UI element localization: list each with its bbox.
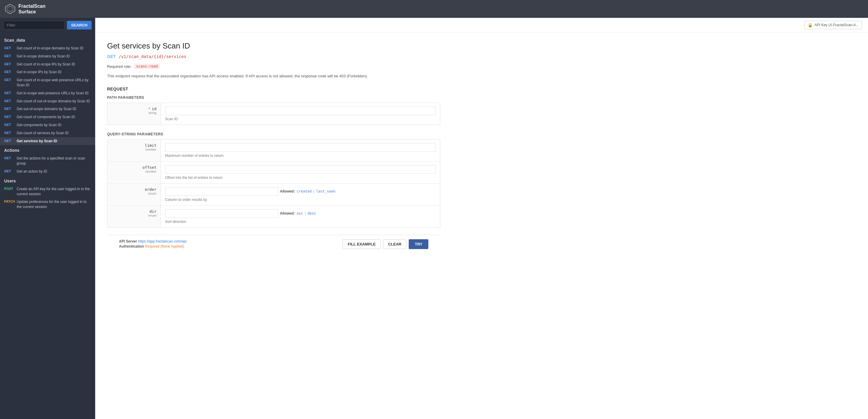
page-title: Get services by Scan ID (107, 41, 440, 51)
sidebar-item-label-get-components: Get components by Scan ID (17, 123, 61, 128)
param-name-dir: dir (112, 209, 156, 214)
param-type-id: string (112, 111, 156, 115)
role-badge: scans:read (134, 64, 160, 69)
param-input-offset[interactable] (165, 165, 436, 174)
method-badge-get-count-components: GET (4, 115, 15, 118)
param-name-id: *id (112, 107, 156, 111)
main-header-bar: 🔒 API Key (X-FractalScan-A... (95, 18, 868, 32)
allowed-value-dir-desc[interactable]: desc (308, 211, 316, 215)
method-badge-get-count-inscope-domains: GET (4, 46, 15, 50)
footer-bar: API Server https://app.fractalscan.com/a… (107, 235, 440, 253)
try-button[interactable]: TRY (409, 239, 428, 249)
sidebar-item-get-inscope-urls[interactable]: GETGet in-scope web presence URLs by Sca… (0, 89, 95, 97)
param-input-dir[interactable] (165, 209, 278, 218)
sidebar-content: Scan_dataGETGet count of in-scope domain… (0, 32, 95, 419)
param-type-limit: number (112, 148, 156, 151)
sidebar-item-get-count-inscope-domains[interactable]: GETGet count of in-scope domains by Scan… (0, 44, 95, 52)
sidebar-item-label-post-create-api-key: Create an API key for the user logged in… (17, 187, 91, 197)
auth-row: Authentication Required (None Applied) (119, 244, 187, 248)
endpoint-line: GET /v1/scan_data/{id}/services (107, 54, 440, 59)
param-desc-limit: Maximum number of entries to return (165, 154, 436, 158)
auth-value: Required (None Applied) (145, 244, 184, 248)
endpoint-path: /v1/scan_data/{id}/services (119, 54, 187, 59)
allowed-value-order-created[interactable]: created (297, 189, 312, 193)
table-row: *id string Scan ID (107, 103, 440, 125)
clear-button[interactable]: CLEAR (383, 239, 407, 249)
method-badge-get-services: GET (4, 139, 15, 143)
param-name-order: order (112, 187, 156, 192)
sidebar-item-label-get-inscope-urls: Get in-scope web presence URLs by Scan I… (17, 91, 88, 96)
sidebar-item-label-get-count-services: Get count of services by Scan ID (17, 131, 69, 136)
allowed-value-dir-asc[interactable]: asc (297, 211, 303, 215)
endpoint-method: GET (107, 54, 116, 59)
method-badge-get-inscope-ips: GET (4, 70, 15, 73)
api-key-area[interactable]: 🔒 API Key (X-FractalScan-A... (804, 21, 862, 29)
sidebar-item-label-get-count-outofscope-domains: Get count of out-of-scope domains by Sca… (17, 99, 90, 104)
sidebar-item-get-count-services[interactable]: GETGet count of services by Scan ID (0, 129, 95, 137)
param-input-limit[interactable] (165, 143, 436, 152)
param-type-order: enum (112, 192, 156, 195)
sidebar-item-label-get-action-by-id: Get an action by ID (17, 169, 47, 174)
required-role-label: Required role: (107, 64, 131, 69)
param-name-limit: limit (112, 143, 156, 148)
sidebar-item-get-count-outofscope-domains[interactable]: GETGet count of out-of-scope domains by … (0, 97, 95, 106)
api-server-value: https://app.fractalscan.com/api (138, 239, 187, 243)
sidebar-item-label-get-services: Get services by Scan ID (17, 139, 57, 144)
param-desc-id: Scan ID (165, 117, 436, 121)
method-badge-get-count-inscope-urls: GET (4, 78, 15, 82)
auth-label: Authentication (119, 244, 144, 248)
table-row: dir enum Allowed:asc | descSort directio… (107, 205, 440, 227)
logo-text: FractalScan Surface (19, 3, 45, 14)
param-input-cell-limit: Maximum number of entries to return (161, 139, 440, 161)
search-button[interactable]: SEARCH (67, 21, 92, 29)
sidebar-section-users: Users (0, 176, 95, 185)
sidebar-item-post-create-api-key[interactable]: POSTCreate an API key for the user logge… (0, 185, 95, 198)
table-row: order enum Allowed:created | last_seenCo… (107, 183, 440, 205)
method-badge-patch-update-prefs: PATCH (4, 199, 15, 203)
sidebar-search-area: SEARCH (0, 18, 95, 32)
sidebar-section-scan_data: Scan_data (0, 35, 95, 44)
sidebar-item-get-actions[interactable]: GETGet the actions for a specified scan … (0, 154, 95, 168)
method-badge-get-count-outofscope-domains: GET (4, 99, 15, 103)
sidebar-item-get-inscope-domains[interactable]: GETGet in-scope domains by Scan ID (0, 52, 95, 60)
sidebar-item-label-get-count-inscope-ips: Get count of in-scope IPs by Scan ID (17, 62, 75, 67)
allowed-label-order: Allowed: (280, 189, 295, 193)
sidebar-item-get-count-components[interactable]: GETGet count of components by Scan ID (0, 113, 95, 121)
path-params-title: PATH PARAMETERS (107, 95, 440, 100)
param-input-id[interactable] (165, 107, 436, 115)
param-desc-dir: Sort direction (165, 220, 436, 224)
sidebar-item-get-inscope-ips[interactable]: GETGet in-scope IPs by Scan ID (0, 68, 95, 76)
sidebar-item-label-get-actions: Get the actions for a specified scan or … (17, 156, 91, 166)
table-row: offset number Offset into the list of en… (107, 161, 440, 183)
sidebar-item-get-action-by-id[interactable]: GETGet an action by ID (0, 168, 95, 176)
svg-marker-1 (7, 6, 13, 12)
method-badge-get-count-inscope-ips: GET (4, 62, 15, 66)
method-badge-get-actions: GET (4, 156, 15, 160)
sidebar-item-label-get-inscope-ips: Get in-scope IPs by Scan ID (17, 70, 62, 75)
api-server-label: API Server (119, 239, 137, 243)
allowed-sep-dir-1: | (305, 211, 306, 215)
logo-icon (5, 4, 16, 14)
method-badge-get-count-services: GET (4, 131, 15, 134)
sidebar-item-label-get-inscope-domains: Get in-scope domains by Scan ID (17, 54, 70, 59)
sidebar-item-patch-update-prefs[interactable]: PATCHUpdate preferences for the user log… (0, 198, 95, 211)
sidebar-item-get-services[interactable]: GETGet services by Scan ID (0, 137, 95, 145)
main-content: 🔒 API Key (X-FractalScan-A... Get servic… (95, 18, 868, 419)
allowed-value-order-last_seen[interactable]: last_seen (316, 189, 336, 193)
sidebar-item-get-count-inscope-ips[interactable]: GETGet count of in-scope IPs by Scan ID (0, 60, 95, 68)
param-name-offset: offset (112, 165, 156, 170)
param-desc-order: Column to order results by (165, 198, 436, 202)
required-role: Required role: scans:read (107, 64, 440, 69)
method-badge-get-action-by-id: GET (4, 169, 15, 173)
request-section-title: REQUEST (107, 87, 440, 91)
sidebar-item-label-patch-update-prefs: Update preferences for the user logged i… (17, 199, 91, 210)
fill-example-button[interactable]: FILL EXAMPLE (343, 239, 381, 249)
sidebar-item-get-count-inscope-urls[interactable]: GETGet count of in-scope web presence UR… (0, 76, 95, 89)
sidebar-item-get-components[interactable]: GETGet components by Scan ID (0, 121, 95, 129)
sidebar-item-get-outofscope-domains[interactable]: GETGet out-of-scope domains by Scan ID (0, 105, 95, 113)
param-input-order[interactable] (165, 187, 278, 196)
method-badge-get-inscope-domains: GET (4, 54, 15, 58)
search-input[interactable] (4, 21, 65, 29)
param-type-offset: number (112, 170, 156, 173)
lock-icon: 🔒 (808, 23, 813, 27)
